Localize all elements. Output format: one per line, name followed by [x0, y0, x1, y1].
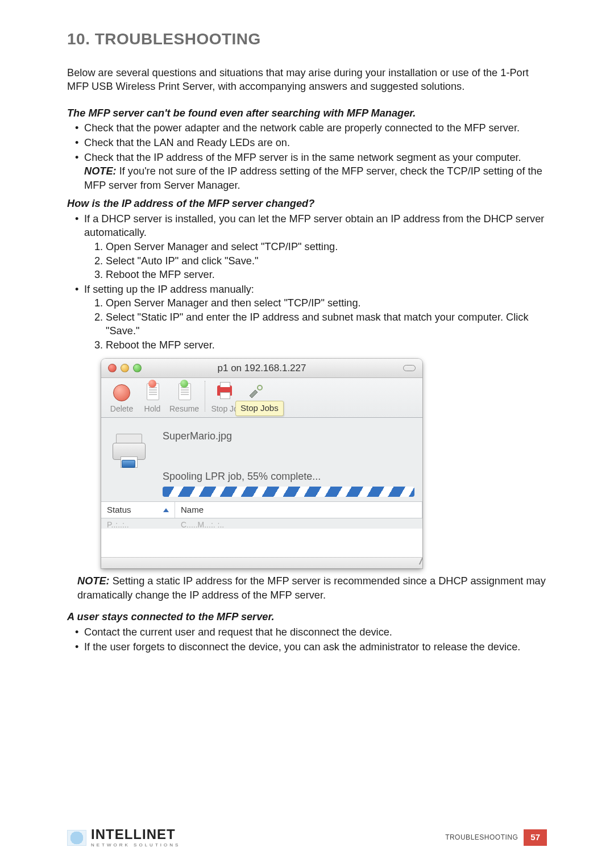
resume-label: Resume	[169, 404, 199, 414]
footer-section-label: TROUBLESHOOTING	[445, 833, 518, 842]
sort-ascending-icon	[163, 508, 169, 512]
resize-grip-icon: ///	[420, 555, 420, 568]
utility-icon	[247, 384, 263, 400]
page-number-badge: 57	[524, 829, 547, 845]
q2-step2-3: 3.Reboot the MFP server.	[84, 338, 547, 352]
q3-title: A user stays connected to the MFP server…	[67, 610, 547, 624]
q1-b3-pre: Check that the IP address of the MFP ser…	[84, 152, 521, 163]
note-after-screenshot: NOTE: Setting a static IP address for th…	[67, 574, 547, 602]
resize-handle[interactable]: ///	[101, 557, 422, 568]
toolbar-toggle-icon[interactable]	[403, 365, 416, 371]
stop-jobs-button[interactable]: Stop Jo	[211, 383, 238, 414]
q2-step2-3-text: Reboot the MFP server.	[106, 339, 215, 351]
hold-dot-icon	[148, 380, 156, 388]
delete-button[interactable]: Delete	[108, 383, 135, 414]
q2-step2-2-text: Select "Static IP" and enter the IP addr…	[106, 312, 528, 337]
q1-b3-post: If you're not sure of the IP address set…	[84, 165, 542, 191]
intro-paragraph: Below are several questions and situatio…	[67, 66, 547, 94]
hold-button[interactable]: Hold	[139, 383, 166, 414]
q2-step1-1-text: Open Server Manager and select "TCP/IP" …	[106, 241, 338, 252]
q2-b2-text: If setting up the IP address manually:	[84, 284, 254, 295]
toolbar-separator	[205, 381, 205, 412]
progress-bar	[163, 487, 414, 497]
q1-bullet-1: Check that the power adapter and the net…	[67, 121, 547, 135]
note-word: NOTE:	[77, 575, 110, 587]
row-status: P..:..:..	[107, 520, 181, 528]
q2-bullet-2: If setting up the IP address manually: 1…	[67, 283, 547, 352]
resume-dot-icon	[180, 380, 188, 388]
q1-b3-note-word: NOTE:	[84, 165, 117, 177]
q2-bullet-1: If a DHCP server is installed, you can l…	[67, 212, 547, 282]
q3-bullet-1: Contact the current user and request tha…	[67, 625, 547, 639]
toolbar: Delete Hold Resume Stop Jo Stop Jobs	[101, 378, 422, 418]
q2-title: How is the IP address of the MFP server …	[67, 197, 547, 211]
printer-large-icon	[109, 433, 149, 467]
print-queue-window: p1 on 192.168.1.227 Delete Hold Resume S…	[101, 359, 422, 568]
section-heading: 10. TROUBLESHOOTING	[67, 28, 547, 50]
q1-bullet-2: Check that the LAN and Ready LEDs are on…	[67, 136, 547, 150]
svg-point-0	[258, 385, 262, 390]
q2-step2-2: 2.Select "Static IP" and enter the IP ad…	[84, 310, 547, 338]
brand-subtitle: NETWORK SOLUTIONS	[91, 843, 180, 848]
table-row[interactable]: P..:..:.. C.....M...:. :..	[101, 518, 422, 529]
brand-globe-icon	[67, 830, 86, 846]
printer-icon	[217, 385, 232, 396]
col-status[interactable]: Status	[101, 502, 175, 518]
q2-step1-1: 1.Open Server Manager and select "TCP/IP…	[84, 240, 547, 254]
page-footer: INTELLINET NETWORK SOLUTIONS TROUBLESHOO…	[67, 828, 547, 848]
q1-bullet-3: Check that the IP address of the MFP ser…	[67, 151, 547, 193]
q2-step1-2: 2.Select "Auto IP" and click "Save."	[84, 254, 547, 268]
minimize-icon[interactable]	[121, 364, 129, 372]
col-status-label: Status	[107, 504, 131, 516]
job-status-text: Spooling LPR job, 55% complete...	[163, 470, 414, 483]
q2-step2-1-text: Open Server Manager and then select "TCP…	[106, 297, 361, 309]
window-title: p1 on 192.168.1.227	[101, 362, 422, 375]
q2-step1-3: 3.Reboot the MFP server.	[84, 268, 547, 282]
delete-label: Delete	[110, 404, 133, 414]
col-name[interactable]: Name	[175, 502, 422, 518]
q2-step1-2-text: Select "Auto IP" and click "Save."	[106, 255, 258, 267]
q3-bullet-2: If the user forgets to disconnect the de…	[67, 640, 547, 654]
brand: INTELLINET NETWORK SOLUTIONS	[67, 828, 180, 848]
q1-title: The MFP server can't be found even after…	[67, 106, 547, 121]
q2-step1-3-text: Reboot the MFP server.	[106, 269, 215, 280]
job-filename: SuperMario.jpg	[163, 429, 414, 443]
queue-table-header[interactable]: Status Name	[101, 502, 422, 518]
q2-b1-text: If a DHCP server is installed, you can l…	[84, 213, 544, 239]
stop-jobs-tooltip: Stop Jobs	[235, 401, 284, 416]
job-panel: SuperMario.jpg Spooling LPR job, 55% com…	[101, 418, 422, 502]
brand-name: INTELLINET	[91, 828, 180, 841]
titlebar[interactable]: p1 on 192.168.1.227	[101, 359, 422, 378]
table-blank	[101, 529, 422, 557]
close-icon[interactable]	[108, 364, 117, 372]
note-text: Setting a static IP address for the MFP …	[77, 575, 546, 601]
resume-button[interactable]: Resume	[169, 383, 199, 414]
q2-step2-1: 1.Open Server Manager and then select "T…	[84, 296, 547, 310]
hold-label: Hold	[144, 404, 161, 414]
zoom-icon[interactable]	[133, 364, 142, 372]
row-name: C.....M...:. :..	[181, 520, 417, 528]
stop-label: Stop Jo	[211, 404, 238, 414]
delete-icon	[113, 384, 130, 401]
